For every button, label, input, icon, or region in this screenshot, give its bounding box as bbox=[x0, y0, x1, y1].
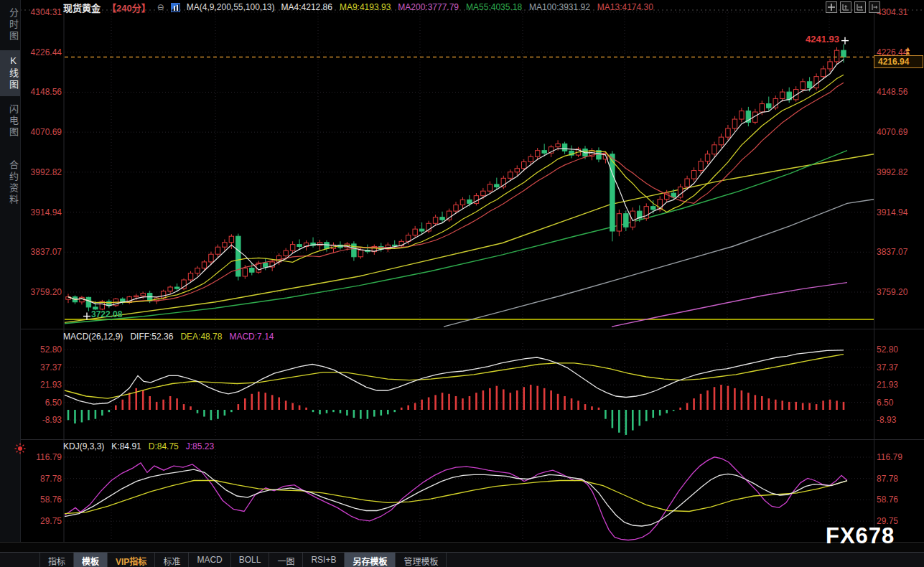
legend-item: KDJ(9,3,3) bbox=[63, 441, 104, 451]
legend-item: J:85.23 bbox=[186, 441, 214, 451]
high-price-label: 4241.93 bbox=[806, 34, 839, 44]
legend-item: D:84.75 bbox=[149, 441, 179, 451]
legend-item: MA9:4193.93 bbox=[340, 2, 391, 12]
kdj-layer bbox=[65, 457, 847, 540]
macd-layer bbox=[65, 350, 844, 435]
low-price-label: 3722.08 bbox=[91, 309, 122, 319]
y-axis-label: -8.93 bbox=[26, 415, 62, 425]
legend-item: MA55:4035.18 bbox=[466, 2, 522, 12]
y-axis-label: 37.37 bbox=[877, 362, 898, 372]
bottom-tab-bar: 指标模板VIP指标标准MACDBOLL一图RSI+B另存模板管理模板 bbox=[0, 552, 924, 567]
y-axis-label: 29.75 bbox=[26, 516, 62, 526]
tab-manage-template[interactable]: 管理模板 bbox=[396, 553, 447, 567]
legend-item: MA100:3931.92 bbox=[529, 2, 590, 12]
current-price-box: 4216.94 bbox=[874, 55, 923, 68]
zoom-y-axis-icon[interactable] bbox=[840, 1, 851, 13]
x-axis-row: 240分 ▲ bbox=[0, 542, 924, 552]
ma-legend: MA4:4212.86MA9:4193.93MA200:3777.79MA55:… bbox=[281, 2, 653, 12]
overlay-lines bbox=[65, 151, 874, 327]
tab-vip-indicator[interactable]: VIP指标 bbox=[108, 553, 155, 567]
kdj-legend: KDJ(9,3,3)K:84.91D:84.75J:85.23 bbox=[63, 441, 214, 451]
y-axis-label: 87.78 bbox=[877, 474, 898, 484]
y-axis-label: 3992.82 bbox=[26, 167, 62, 177]
macd-legend: MACD(26,12,9)DIFF:52.36DEA:48.78MACD:7.1… bbox=[63, 332, 274, 342]
ma-params: MA(4,9,200,55,100,13) bbox=[187, 2, 275, 12]
tab-standard[interactable]: 标准 bbox=[155, 553, 189, 567]
sidebar-item-lightning-chart[interactable]: 闪电图 bbox=[0, 99, 20, 144]
tab-rsi-b[interactable]: RSI+B bbox=[303, 553, 345, 567]
tab-indicator[interactable]: 指标 bbox=[39, 553, 74, 567]
legend-item: MACD:7.14 bbox=[229, 332, 274, 342]
left-sidebar: 分时图K线图闪电图合约资料 bbox=[0, 0, 21, 542]
y-axis-label: 87.78 bbox=[26, 474, 62, 484]
y-axis-label: -8.93 bbox=[877, 415, 896, 425]
legend-item: MA13:4174.30 bbox=[597, 2, 653, 12]
watermark-logo: FX678 bbox=[826, 523, 895, 549]
y-axis-label: 3914.94 bbox=[877, 207, 907, 217]
y-axis-label: 3914.94 bbox=[26, 207, 62, 217]
legend-item: DEA:48.78 bbox=[180, 332, 222, 342]
y-axis-label: 4226.44 bbox=[26, 47, 62, 57]
y-axis-label: 21.93 bbox=[877, 380, 898, 390]
tab-save-template[interactable]: 另存模板 bbox=[345, 553, 396, 567]
y-axis-label: 4070.69 bbox=[877, 127, 907, 137]
y-axis-label: 6.50 bbox=[877, 398, 893, 408]
y-axis-label: 3759.20 bbox=[26, 287, 62, 297]
y-axis-label: 37.37 bbox=[26, 362, 62, 372]
tab-template[interactable]: 模板 bbox=[74, 553, 108, 567]
tab-one-chart[interactable]: 一图 bbox=[269, 553, 303, 567]
sidebar-item-time-chart[interactable]: 分时图 bbox=[0, 3, 20, 47]
chart-canvas[interactable] bbox=[0, 0, 924, 567]
y-axis-label: 21.93 bbox=[26, 380, 62, 390]
legend-item: DIFF:52.36 bbox=[130, 332, 173, 342]
tab-boll[interactable]: BOLL bbox=[231, 553, 270, 567]
collapse-icon[interactable]: ⊖ bbox=[157, 2, 164, 12]
y-axis-label: 52.80 bbox=[26, 345, 62, 355]
tab-macd[interactable]: MACD bbox=[189, 553, 230, 567]
indicator-alert-icon[interactable] bbox=[14, 442, 27, 455]
crosshair-tool-icon[interactable] bbox=[826, 1, 837, 13]
timeframe-label: 【240分】 bbox=[107, 1, 151, 14]
y-axis-label: 6.50 bbox=[26, 398, 62, 408]
legend-item: MA200:3777.79 bbox=[398, 2, 459, 12]
y-axis-label: 3837.07 bbox=[877, 247, 907, 257]
y-axis-label: 58.76 bbox=[877, 495, 898, 505]
price-up-arrow-icon: ▲▲ bbox=[905, 47, 911, 55]
chart-toolbar bbox=[826, 1, 880, 13]
candles-layer bbox=[66, 44, 846, 311]
sidebar-item-contract-info[interactable]: 合约资料 bbox=[0, 155, 20, 211]
chart-header: 现货黄金 【240分】 ⊖ MA(4,9,200,55,100,13) MA4:… bbox=[63, 1, 653, 13]
y-axis-label: 116.79 bbox=[877, 452, 902, 462]
y-axis-label: 58.76 bbox=[26, 495, 62, 505]
gridlines bbox=[20, 10, 924, 542]
legend-item: MACD(26,12,9) bbox=[63, 332, 123, 342]
pan-right-icon[interactable] bbox=[869, 1, 880, 13]
chart-type-icon[interactable] bbox=[171, 3, 180, 12]
trading-app-window: 分时图K线图闪电图合约资料 现货黄金 【240分】 ⊖ MA(4,9,200,5… bbox=[0, 0, 924, 567]
y-axis-label: 3837.07 bbox=[26, 247, 62, 257]
zoom-x-axis-icon[interactable] bbox=[854, 1, 866, 13]
y-axis-label: 4304.31 bbox=[877, 7, 907, 17]
y-axis-label: 116.79 bbox=[26, 452, 62, 462]
y-axis-label: 4070.69 bbox=[26, 127, 62, 137]
y-axis-label: 52.80 bbox=[877, 345, 898, 355]
symbol-title: 现货黄金 bbox=[63, 1, 101, 14]
y-axis-label: 3992.82 bbox=[877, 167, 907, 177]
y-axis-label: 4304.31 bbox=[26, 7, 62, 17]
sidebar-item-kline-chart[interactable]: K线图 bbox=[0, 50, 20, 96]
legend-item: MA4:4212.86 bbox=[281, 2, 332, 12]
y-axis-label: 3759.20 bbox=[877, 287, 907, 297]
y-axis-label: 4148.56 bbox=[26, 87, 62, 97]
legend-item: K:84.91 bbox=[111, 441, 141, 451]
y-axis-label: 4148.56 bbox=[877, 87, 907, 97]
